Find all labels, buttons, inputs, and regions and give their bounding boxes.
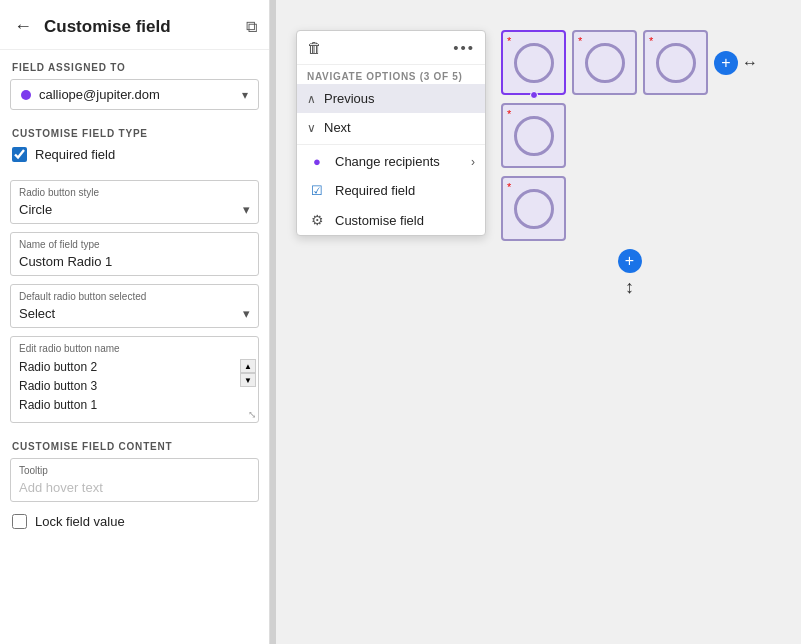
customise-field-type-section: CUSTOMISE FIELD TYPE Required field — [0, 120, 269, 180]
radio-style-dropdown-arrow: ▾ — [243, 202, 250, 217]
required-star-5: * — [507, 181, 511, 193]
customise-content-label: CUSTOMISE FIELD CONTENT — [0, 431, 269, 458]
name-of-field-label: Name of field type — [19, 239, 250, 250]
resize-column-icon[interactable]: ↔ — [742, 54, 758, 72]
radio-cell-3-1[interactable]: * — [501, 176, 566, 241]
panel-header: ← Customise field ⧉ — [0, 0, 269, 50]
radio-cell-1-3[interactable]: * — [643, 30, 708, 95]
lock-field-label: Lock field value — [35, 514, 125, 529]
radio-circle-2-1 — [514, 116, 554, 156]
scroll-up-button[interactable]: ▲ — [240, 359, 256, 373]
radio-line-1: Radio button 2 — [19, 358, 250, 377]
textarea-resize-handle[interactable]: ⤡ — [248, 409, 256, 420]
previous-nav-item[interactable]: ∧ Previous — [297, 84, 485, 113]
name-of-field-value: Custom Radio 1 — [19, 254, 250, 269]
scroll-buttons[interactable]: ▲ ▼ — [240, 359, 256, 387]
radio-circle-1-1 — [514, 43, 554, 83]
chevron-right-icon: › — [471, 155, 475, 169]
email-dot — [21, 90, 31, 100]
required-field-checkbox[interactable] — [12, 147, 27, 162]
default-radio-value: Select — [19, 306, 55, 321]
radio-button-style-label: Radio button style — [19, 187, 250, 198]
change-recipients-label: Change recipients — [335, 154, 440, 169]
customise-field-type-label: CUSTOMISE FIELD TYPE — [12, 128, 257, 147]
required-field-item[interactable]: ☑ Required field — [297, 176, 485, 205]
radio-cell-1-2[interactable]: * — [572, 30, 637, 95]
add-row-button[interactable]: + — [618, 249, 642, 273]
required-field-row: Required field — [12, 147, 257, 162]
customise-field-item[interactable]: ⚙ Customise field — [297, 205, 485, 235]
field-assigned-dropdown[interactable]: calliope@jupiter.dom ▾ — [10, 79, 259, 110]
default-radio-label: Default radio button selected — [19, 291, 250, 302]
dropdown-arrow-icon: ▾ — [242, 88, 248, 102]
previous-arrow-icon: ∧ — [307, 92, 316, 106]
radio-button-style-group[interactable]: Radio button style Circle ▾ — [10, 180, 259, 224]
more-options-icon[interactable]: ••• — [453, 39, 475, 56]
default-radio-button-group[interactable]: Default radio button selected Select ▾ — [10, 284, 259, 328]
radio-grid: * * * + ↔ * * — [501, 30, 758, 298]
nav-options-label: NAVIGATE OPTIONS (3 OF 5) — [297, 65, 485, 84]
radio-circle-1-2 — [585, 43, 625, 83]
resize-row-icon[interactable]: ↕ — [625, 277, 634, 298]
required-field-icon: ☑ — [307, 183, 327, 198]
recipients-icon: ● — [307, 154, 327, 169]
right-area: 🗑 ••• NAVIGATE OPTIONS (3 OF 5) ∧ Previo… — [276, 0, 801, 644]
lock-field-checkbox[interactable] — [12, 514, 27, 529]
context-menu-header: 🗑 ••• — [297, 31, 485, 65]
focus-dot-1 — [530, 91, 538, 99]
required-field-label: Required field — [35, 147, 115, 162]
radio-line-3: Radio button 1 — [19, 396, 250, 415]
menu-divider-1 — [297, 144, 485, 145]
name-of-field-type-group: Name of field type Custom Radio 1 — [10, 232, 259, 276]
lock-field-row: Lock field value — [0, 510, 269, 533]
radio-row-3: * — [501, 176, 758, 241]
panel-title: Customise field — [44, 17, 171, 37]
required-star-4: * — [507, 108, 511, 120]
radio-cell-1-1[interactable]: * — [501, 30, 566, 95]
add-column-button[interactable]: + — [714, 51, 738, 75]
next-label: Next — [324, 120, 351, 135]
tooltip-placeholder: Add hover text — [19, 480, 250, 495]
radio-button-style-value: Circle — [19, 202, 52, 217]
required-star-1: * — [507, 35, 511, 47]
radio-cell-2-1[interactable]: * — [501, 103, 566, 168]
default-radio-dropdown-arrow: ▾ — [243, 306, 250, 321]
copy-icon-button[interactable]: ⧉ — [246, 18, 257, 36]
field-assigned-to-label: FIELD ASSIGNED TO — [0, 50, 269, 79]
radio-line-2: Radio button 3 — [19, 377, 250, 396]
radio-button-style-select[interactable]: Circle ▾ — [19, 202, 250, 217]
next-nav-item[interactable]: ∨ Next — [297, 113, 485, 142]
left-panel: ← Customise field ⧉ FIELD ASSIGNED TO ca… — [0, 0, 270, 644]
next-arrow-icon: ∨ — [307, 121, 316, 135]
tooltip-group: Tooltip Add hover text — [10, 458, 259, 502]
change-recipients-item[interactable]: ● Change recipients › — [297, 147, 485, 176]
required-star-3: * — [649, 35, 653, 47]
customise-field-label: Customise field — [335, 213, 424, 228]
scroll-down-button[interactable]: ▼ — [240, 373, 256, 387]
tooltip-label: Tooltip — [19, 465, 250, 476]
radio-row-2: * — [501, 103, 758, 168]
required-star-2: * — [578, 35, 582, 47]
edit-radio-button-group: Edit radio button name Radio button 2 Ra… — [10, 336, 259, 423]
edit-radio-label: Edit radio button name — [19, 343, 250, 354]
context-menu: 🗑 ••• NAVIGATE OPTIONS (3 OF 5) ∧ Previo… — [296, 30, 486, 236]
previous-label: Previous — [324, 91, 375, 106]
radio-row-1: * * * + ↔ — [501, 30, 758, 95]
add-row-area: + ↕ — [501, 249, 758, 298]
trash-icon[interactable]: 🗑 — [307, 39, 322, 56]
customise-field-icon: ⚙ — [307, 212, 327, 228]
assigned-email: calliope@jupiter.dom — [39, 87, 242, 102]
default-radio-select[interactable]: Select ▾ — [19, 306, 250, 321]
radio-circle-3-1 — [514, 189, 554, 229]
radio-button-lines: Radio button 2 Radio button 3 Radio butt… — [19, 358, 250, 416]
back-button[interactable]: ← — [10, 14, 36, 39]
required-field-menu-label: Required field — [335, 183, 415, 198]
radio-circle-1-3 — [656, 43, 696, 83]
